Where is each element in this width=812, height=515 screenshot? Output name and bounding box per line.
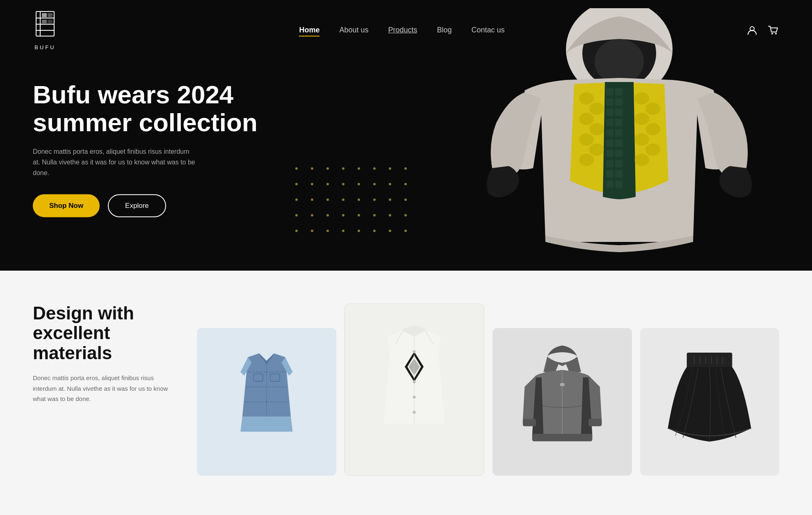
svg-rect-31 (606, 170, 614, 178)
hero-subtitle: Donec mattis porta eros, aliquet finibus… (33, 146, 197, 178)
account-button[interactable] (746, 25, 758, 36)
nav-link-home[interactable]: Home (299, 26, 319, 36)
navbar: BUFU Home About us Products Blog Contac … (0, 0, 812, 60)
hero-title: Bufu wears 2024 summer collection (33, 81, 271, 137)
product-card-vest[interactable] (197, 328, 336, 476)
svg-point-36 (645, 103, 660, 115)
logo[interactable]: BUFU (33, 10, 57, 50)
nav-links: Home About us Products Blog Contac us (299, 26, 504, 34)
svg-rect-21 (606, 119, 614, 126)
svg-point-40 (645, 144, 660, 156)
nav-item-products[interactable]: Products (388, 26, 417, 34)
svg-point-62 (413, 411, 416, 414)
svg-point-42 (579, 92, 594, 105)
products-text: Design with excellent materials Donec ma… (33, 303, 172, 404)
svg-rect-6 (48, 13, 52, 17)
svg-rect-29 (606, 160, 614, 167)
svg-rect-25 (606, 139, 614, 147)
svg-rect-34 (615, 180, 623, 188)
brand-name: BUFU (34, 44, 55, 50)
product-card-skirt[interactable] (640, 328, 780, 476)
nav-item-contact[interactable]: Contac us (472, 26, 505, 34)
nav-item-home[interactable]: Home (299, 26, 319, 34)
svg-rect-68 (588, 419, 602, 426)
nav-icons (746, 25, 779, 36)
svg-point-47 (589, 144, 604, 156)
dot-grid-decoration: (function() { const grid = document.quer… (295, 167, 413, 238)
svg-rect-70 (687, 353, 732, 368)
svg-rect-66 (560, 383, 564, 386)
skirt-image (640, 328, 780, 476)
svg-rect-15 (606, 88, 614, 96)
svg-point-48 (579, 154, 594, 166)
svg-rect-24 (615, 129, 623, 137)
products-grid (197, 303, 779, 476)
svg-rect-28 (615, 150, 623, 157)
svg-rect-16 (615, 88, 623, 96)
svg-point-37 (634, 113, 649, 125)
svg-rect-26 (615, 139, 623, 147)
cart-button[interactable] (768, 25, 779, 36)
product-card-jacket[interactable] (344, 303, 485, 476)
svg-point-39 (634, 133, 649, 146)
svg-point-44 (579, 113, 594, 125)
hero-content: Bufu wears 2024 summer collection Donec … (33, 81, 271, 217)
svg-rect-7 (42, 20, 47, 23)
nav-link-products[interactable]: Products (388, 26, 417, 34)
svg-point-45 (589, 123, 604, 135)
jacket-image (345, 304, 484, 475)
svg-rect-20 (615, 109, 623, 116)
explore-button[interactable]: Explore (108, 194, 166, 217)
svg-rect-18 (615, 98, 623, 106)
svg-rect-69 (532, 434, 592, 441)
vest-image (197, 328, 336, 476)
svg-rect-67 (523, 419, 536, 426)
svg-rect-30 (615, 160, 623, 167)
nav-item-blog[interactable]: Blog (437, 26, 452, 34)
svg-point-59 (413, 350, 416, 353)
svg-rect-8 (48, 20, 52, 23)
svg-rect-33 (606, 180, 614, 188)
svg-rect-23 (606, 129, 614, 137)
products-title: Design with excellent materials (33, 303, 172, 363)
svg-point-61 (413, 396, 416, 399)
svg-point-41 (634, 154, 649, 166)
hero-section: BUFU Home About us Products Blog Contac … (0, 0, 812, 271)
products-section: Design with excellent materials Donec ma… (0, 271, 812, 515)
svg-rect-19 (606, 109, 614, 116)
svg-rect-22 (615, 119, 623, 126)
hoodie-image (493, 328, 632, 476)
products-subtitle: Donec mattis porta eros, aliquet finibus… (33, 373, 172, 404)
svg-point-10 (771, 33, 773, 34)
svg-point-11 (775, 33, 777, 34)
svg-rect-27 (606, 150, 614, 157)
nav-link-about[interactable]: About us (339, 26, 368, 34)
svg-point-46 (579, 133, 594, 146)
svg-rect-17 (606, 98, 614, 106)
nav-link-contact[interactable]: Contac us (472, 26, 505, 34)
svg-point-43 (589, 103, 604, 115)
svg-rect-32 (615, 170, 623, 178)
nav-item-about[interactable]: About us (339, 26, 368, 34)
nav-link-blog[interactable]: Blog (437, 26, 452, 34)
product-card-hoodie[interactable] (493, 328, 632, 476)
svg-rect-5 (42, 13, 47, 17)
shop-now-button[interactable]: Shop Now (33, 194, 100, 217)
svg-point-38 (645, 123, 660, 135)
hero-buttons: Shop Now Explore (33, 194, 271, 217)
svg-point-60 (413, 381, 416, 383)
svg-point-35 (634, 92, 649, 105)
